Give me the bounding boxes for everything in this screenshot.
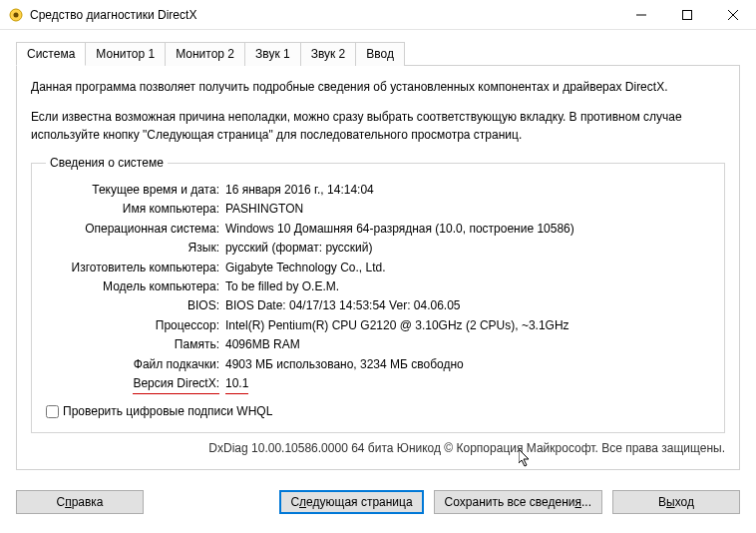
label-pagefile: Файл подкачки: [46,356,225,373]
system-info-legend: Сведения о системе [46,156,168,170]
value-lang: русский (формат: русский) [225,240,710,257]
label-model: Модель компьютера: [46,278,225,295]
tab-monitor1[interactable]: Монитор 1 [85,42,166,66]
maximize-button[interactable] [664,0,710,30]
label-os: Операционная система: [46,221,225,238]
tab-sound2[interactable]: Звук 2 [300,42,357,66]
intro-text-2: Если известна возможная причина неполадк… [31,108,725,144]
intro-text-1: Данная программа позволяет получить подр… [31,78,725,96]
value-ram: 4096MB RAM [225,336,710,353]
value-datetime: 16 января 2016 г., 14:14:04 [225,182,710,199]
value-computer: PASHINGTON [225,201,710,218]
label-datetime: Текущее время и дата: [46,182,225,199]
whql-label[interactable]: Проверить цифровые подписи WHQL [63,404,272,418]
next-page-button[interactable]: Следующая страница [279,490,423,514]
window-title: Средство диагностики DirectX [30,8,618,22]
app-icon [8,7,24,23]
label-lang: Язык: [46,240,225,257]
tab-bar: Система Монитор 1 Монитор 2 Звук 1 Звук … [16,42,740,66]
whql-checkbox[interactable] [46,405,59,418]
copyright-text: DxDiag 10.00.10586.0000 64 бита Юникод ©… [31,441,725,455]
label-bios: BIOS: [46,297,225,314]
value-cpu: Intel(R) Pentium(R) CPU G2120 @ 3.10GHz … [225,317,710,334]
svg-point-1 [14,12,19,17]
close-button[interactable] [710,0,756,30]
tab-panel-system: Данная программа позволяет получить подр… [16,65,740,470]
tab-input[interactable]: Ввод [355,42,405,66]
label-computer: Имя компьютера: [46,201,225,218]
exit-button[interactable]: Выход [612,490,740,514]
value-directx: 10.1 [225,375,710,394]
label-ram: Память: [46,336,225,353]
tab-monitor2[interactable]: Монитор 2 [165,42,245,66]
label-directx: Версия DirectX: [46,375,225,394]
tab-sound1[interactable]: Звук 1 [244,42,301,66]
system-info-group: Сведения о системе Текущее время и дата:… [31,156,725,433]
label-mfr: Изготовитель компьютера: [46,260,225,276]
save-all-button[interactable]: Сохранить все сведения... [434,490,602,514]
titlebar: Средство диагностики DirectX [0,0,756,30]
tab-system[interactable]: Система [16,42,86,66]
help-button[interactable]: Справка [16,490,144,514]
minimize-button[interactable] [618,0,664,30]
value-bios: BIOS Date: 04/17/13 14:53:54 Ver: 04.06.… [225,297,710,314]
label-cpu: Процессор: [46,317,225,334]
value-pagefile: 4903 МБ использовано, 3234 МБ свободно [225,356,710,373]
value-mfr: Gigabyte Technology Co., Ltd. [225,260,710,276]
value-os: Windows 10 Домашняя 64-разрядная (10.0, … [225,221,710,238]
button-row: Справка Следующая страница Сохранить все… [0,480,756,528]
value-model: To be filled by O.E.M. [225,278,710,295]
svg-rect-3 [683,10,692,19]
